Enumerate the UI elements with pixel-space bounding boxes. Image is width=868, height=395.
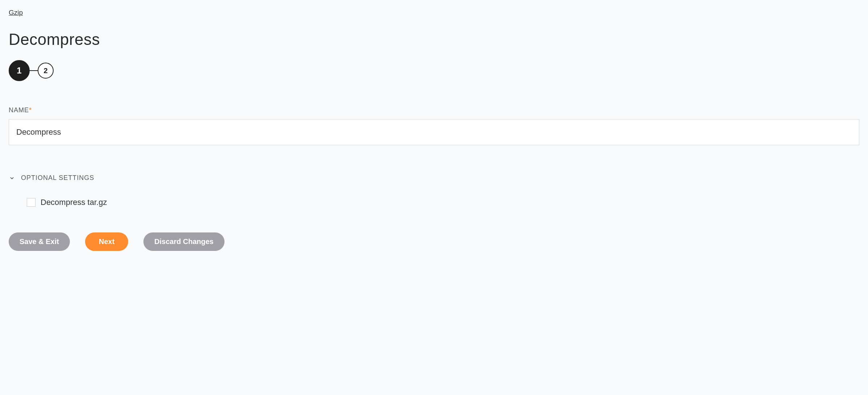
optional-settings-label: OPTIONAL SETTINGS — [21, 174, 94, 182]
step-connector — [30, 70, 38, 71]
step-2[interactable]: 2 — [38, 63, 54, 79]
optional-settings-toggle[interactable]: OPTIONAL SETTINGS — [9, 174, 859, 182]
next-button[interactable]: Next — [85, 232, 128, 251]
name-input[interactable] — [9, 119, 859, 145]
page-title: Decompress — [9, 30, 859, 49]
save-exit-button[interactable]: Save & Exit — [9, 232, 70, 251]
discard-changes-button[interactable]: Discard Changes — [143, 232, 224, 251]
decompress-targz-row: Decompress tar.gz — [27, 198, 859, 207]
required-asterisk: * — [29, 106, 32, 114]
name-field-label: NAME* — [9, 106, 859, 114]
chevron-down-icon — [9, 175, 15, 181]
decompress-targz-checkbox[interactable] — [27, 198, 35, 207]
button-row: Save & Exit Next Discard Changes — [9, 232, 859, 251]
decompress-targz-label: Decompress tar.gz — [41, 198, 107, 207]
breadcrumb-link[interactable]: Gzip — [9, 9, 23, 17]
step-1[interactable]: 1 — [9, 60, 30, 81]
stepper: 1 2 — [9, 60, 859, 81]
